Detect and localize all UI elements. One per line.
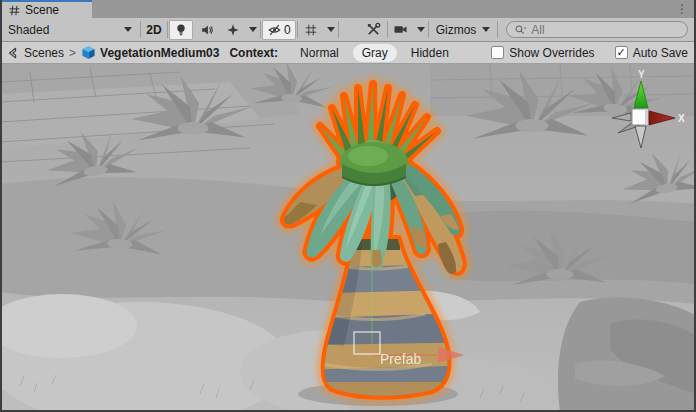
lightbulb-icon <box>174 23 188 37</box>
effects-toggle-button[interactable] <box>221 20 245 40</box>
back-arrow-icon[interactable] <box>6 46 20 60</box>
axis-x-label: X <box>678 113 685 124</box>
context-option-hidden[interactable]: Hidden <box>402 44 458 62</box>
effects-dropdown[interactable] <box>246 20 260 40</box>
draw-mode-dropdown[interactable]: Shaded <box>0 18 140 41</box>
speaker-icon <box>200 23 214 37</box>
lighting-toggle-button[interactable] <box>169 20 193 40</box>
chevron-down-icon <box>124 27 132 32</box>
tab-scene-label: Scene <box>25 3 59 17</box>
camera-settings-button[interactable] <box>389 20 413 40</box>
breadcrumb-current-prefab[interactable]: VegetationMedium03 <box>100 46 219 60</box>
search-icon <box>514 24 527 36</box>
prefab-overlay-label: Prefab <box>380 351 421 367</box>
prefab-bar-toggles: ✓ Show Overrides ✓ Auto Save <box>491 46 688 60</box>
draw-mode-label: Shaded <box>8 23 124 37</box>
toolbar-separator <box>260 21 261 38</box>
chevron-down-icon <box>482 27 490 32</box>
overlays-tools-button[interactable] <box>362 20 386 40</box>
grid-visibility-button[interactable] <box>299 20 323 40</box>
checkbox-icon: ✓ <box>491 46 504 59</box>
scene-search-input[interactable]: All <box>506 21 688 38</box>
context-option-normal[interactable]: Normal <box>291 44 348 62</box>
search-placeholder: All <box>531 23 544 37</box>
grid-dropdown[interactable] <box>324 20 338 40</box>
context-label: Context: <box>229 46 278 60</box>
context-switcher: Context: Normal Gray Hidden <box>229 44 462 62</box>
toggle-2d-button[interactable]: 2D <box>142 20 166 40</box>
prefab-cube-icon <box>81 45 96 60</box>
auto-save-label: Auto Save <box>633 46 688 60</box>
chevron-down-icon <box>249 27 257 32</box>
tab-scene[interactable]: Scene <box>2 0 92 18</box>
scene-visibility-button[interactable]: 0 <box>262 20 296 40</box>
gizmos-dropdown[interactable]: Gizmos <box>429 18 498 41</box>
scene-toolbar: Shaded 2D <box>0 18 696 42</box>
show-overrides-label: Show Overrides <box>509 46 594 60</box>
chevron-down-icon <box>417 27 425 32</box>
show-overrides-checkbox[interactable]: ✓ Show Overrides <box>491 46 594 60</box>
scene-viewport[interactable]: Prefab Y X <box>0 64 696 412</box>
breadcrumb-separator: > <box>69 46 76 60</box>
toggle-2d-label: 2D <box>146 23 161 37</box>
auto-save-checkbox[interactable]: ✓ Auto Save <box>615 46 688 60</box>
toolbar-separator <box>140 21 141 38</box>
toolbar-separator <box>338 21 339 38</box>
chevron-down-icon <box>327 27 335 32</box>
grid-icon <box>304 23 318 37</box>
breadcrumb-scenes[interactable]: Scenes <box>24 46 64 60</box>
hidden-count-label: 0 <box>284 23 291 37</box>
axis-y-label: Y <box>638 69 645 80</box>
toolbar-separator <box>497 21 498 38</box>
audio-toggle-button[interactable] <box>195 20 219 40</box>
toolbar-separator <box>297 21 298 38</box>
scene-window: Scene ⋮ Shaded 2D <box>0 0 696 412</box>
toolbar-separator <box>387 21 388 38</box>
gizmos-label: Gizmos <box>436 23 477 37</box>
tab-bar: Scene ⋮ <box>0 0 696 18</box>
toolbar-separator <box>167 21 168 38</box>
checkbox-checked-icon: ✓ <box>615 46 628 59</box>
effects-sparkle-icon <box>226 23 240 37</box>
camera-dropdown[interactable] <box>414 20 428 40</box>
prefab-bar: Scenes > VegetationMedium03 Context: Nor… <box>0 42 696 64</box>
tools-icon <box>366 22 381 37</box>
more-menu-icon[interactable]: ⋮ <box>668 0 696 18</box>
camera-icon <box>393 23 408 36</box>
grid-hash-icon <box>9 5 20 16</box>
context-option-gray[interactable]: Gray <box>353 44 397 62</box>
eye-hidden-icon <box>267 23 282 37</box>
